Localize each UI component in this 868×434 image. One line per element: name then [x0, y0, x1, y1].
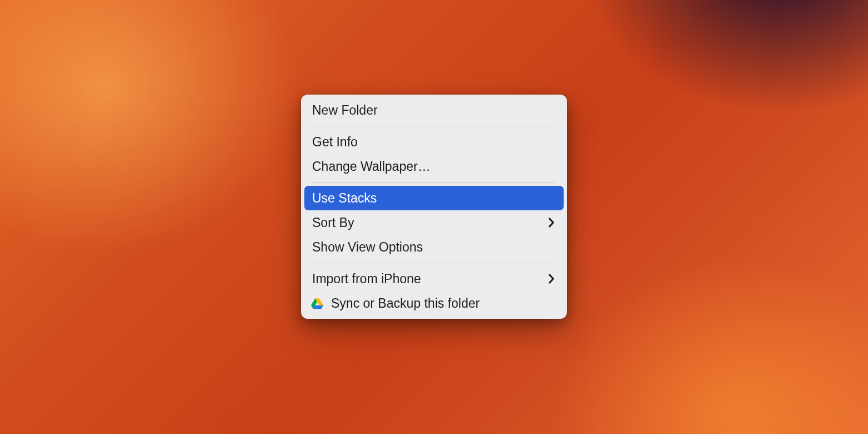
menu-item-label: Show View Options	[312, 241, 556, 254]
menu-item-label: Sync or Backup this folder	[331, 297, 556, 310]
menu-item-label: New Folder	[312, 104, 556, 117]
menu-item-import-from-iphone[interactable]: Import from iPhone	[304, 267, 564, 291]
menu-item-sync-or-backup[interactable]: Sync or Backup this folder	[304, 291, 564, 315]
menu-item-get-info[interactable]: Get Info	[304, 130, 564, 154]
menu-separator	[312, 263, 556, 263]
menu-separator	[312, 182, 556, 183]
menu-item-label: Get Info	[312, 136, 556, 149]
desktop[interactable]: { "context_menu": { "items": { "new_fold…	[0, 0, 868, 434]
google-drive-icon	[311, 298, 323, 309]
context-menu: New Folder Get Info Change Wallpaper… Us…	[301, 95, 567, 319]
menu-item-use-stacks[interactable]: Use Stacks	[304, 186, 564, 210]
menu-item-show-view-options[interactable]: Show View Options	[304, 235, 564, 259]
menu-item-change-wallpaper[interactable]: Change Wallpaper…	[304, 154, 564, 179]
menu-item-label: Use Stacks	[312, 192, 556, 205]
chevron-right-icon	[548, 218, 555, 228]
menu-item-new-folder[interactable]: New Folder	[304, 98, 564, 122]
menu-separator	[312, 126, 556, 126]
chevron-right-icon	[548, 274, 555, 284]
menu-item-label: Import from iPhone	[312, 273, 548, 285]
menu-item-sort-by[interactable]: Sort By	[304, 210, 564, 235]
menu-item-label: Change Wallpaper…	[312, 160, 556, 173]
menu-item-label: Sort By	[312, 216, 548, 229]
